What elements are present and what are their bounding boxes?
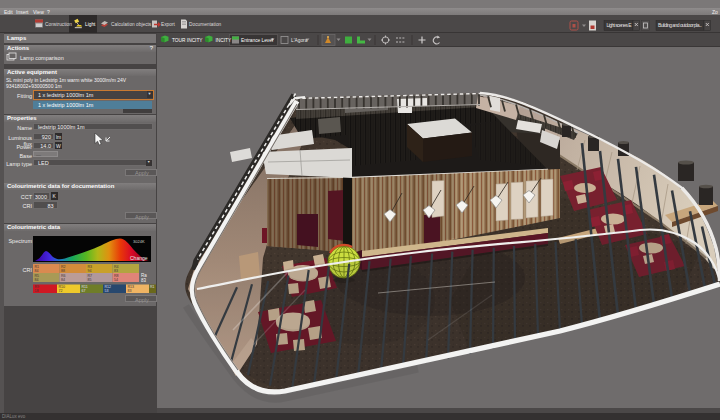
- svg-text:83: 83: [128, 289, 132, 293]
- svg-text:Light scenes E: Light scenes E: [607, 22, 633, 28]
- svg-text:54: 54: [114, 278, 118, 282]
- svg-text:84: 84: [35, 278, 39, 282]
- svg-text:84: 84: [35, 269, 39, 273]
- svg-text:53: 53: [105, 289, 109, 293]
- svg-text:67: 67: [82, 289, 86, 293]
- svg-text:Building and outdoor pla...: Building and outdoor pla...: [658, 22, 702, 28]
- svg-text:Change: Change: [130, 255, 148, 261]
- svg-text:88: 88: [61, 269, 65, 273]
- svg-text:3024K: 3024K: [133, 239, 145, 244]
- svg-text:18: 18: [35, 289, 39, 293]
- svg-text:R1: R1: [150, 285, 155, 289]
- svg-text:83: 83: [141, 278, 147, 283]
- svg-text:83: 83: [114, 269, 118, 273]
- svg-text:85: 85: [88, 278, 92, 282]
- svg-text:94: 94: [88, 269, 92, 273]
- svg-text:72: 72: [59, 289, 63, 293]
- svg-text:84: 84: [61, 278, 65, 282]
